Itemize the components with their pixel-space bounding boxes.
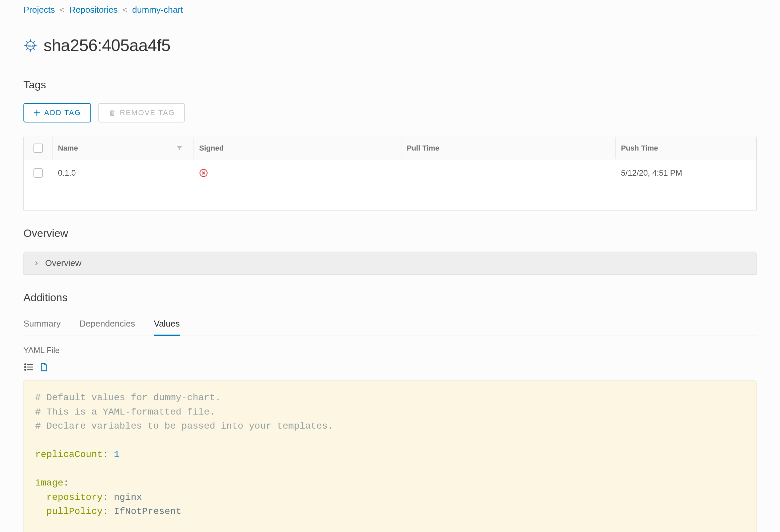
svg-point-17: [25, 366, 26, 367]
breadcrumb-projects[interactable]: Projects: [23, 5, 55, 15]
additions-heading: Additions: [23, 291, 757, 304]
select-all-checkbox[interactable]: [34, 144, 43, 153]
svg-line-8: [26, 49, 28, 50]
add-tag-button[interactable]: ADD TAG: [23, 103, 91, 122]
svg-text:HELM: HELM: [27, 44, 35, 48]
row-pull-time: [401, 165, 616, 181]
breadcrumb-separator: <: [58, 5, 66, 15]
row-name: 0.1.0: [53, 160, 165, 186]
svg-line-7: [34, 41, 35, 43]
yaml-code-block[interactable]: # Default values for dummy-chart. # This…: [23, 380, 757, 532]
remove-tag-button: REMOVE TAG: [98, 103, 185, 122]
overview-accordion-label: Overview: [45, 258, 81, 268]
row-checkbox[interactable]: [34, 168, 43, 178]
remove-tag-label: REMOVE TAG: [120, 108, 175, 117]
svg-line-5: [26, 41, 28, 43]
row-push-time: 5/12/20, 4:51 PM: [616, 160, 756, 186]
additions-tabs: Summary Dependencies Values: [23, 316, 757, 336]
breadcrumb: Projects < Repositories < dummy-chart: [23, 5, 757, 15]
tab-summary[interactable]: Summary: [23, 316, 61, 335]
svg-point-19: [25, 369, 26, 370]
overview-heading: Overview: [23, 227, 757, 240]
table-footer: [24, 186, 756, 210]
list-view-icon[interactable]: [23, 362, 34, 372]
plus-icon: [34, 109, 40, 116]
table-row[interactable]: 0.1.0 5/12/20, 4:51 PM: [24, 160, 756, 186]
chevron-right-icon: [33, 260, 39, 266]
signed-false-icon: [194, 161, 401, 185]
tags-table: Name Signed Pull Time Push Time 0.1.0 5/…: [23, 136, 757, 210]
breadcrumb-separator: <: [121, 5, 129, 15]
overview-accordion[interactable]: Overview: [23, 252, 757, 275]
svg-point-15: [25, 364, 26, 365]
col-pull-time[interactable]: Pull Time: [401, 137, 616, 159]
filter-icon[interactable]: [165, 138, 194, 159]
breadcrumb-repositories[interactable]: Repositories: [69, 5, 118, 15]
tags-heading: Tags: [23, 78, 757, 91]
add-tag-label: ADD TAG: [44, 108, 81, 117]
table-header: Name Signed Pull Time Push Time: [24, 136, 756, 160]
file-view-icon[interactable]: [39, 362, 49, 372]
col-signed[interactable]: Signed: [194, 137, 401, 159]
trash-icon: [108, 109, 116, 116]
col-name[interactable]: Name: [53, 137, 165, 159]
breadcrumb-chart[interactable]: dummy-chart: [132, 5, 183, 15]
col-push-time[interactable]: Push Time: [616, 137, 756, 159]
tab-values[interactable]: Values: [154, 316, 180, 335]
tab-dependencies[interactable]: Dependencies: [79, 316, 135, 335]
svg-line-6: [34, 49, 35, 50]
yaml-file-label: YAML File: [23, 345, 757, 355]
helm-icon: HELM: [23, 39, 38, 53]
page-title: sha256:405aa4f5: [44, 36, 170, 55]
